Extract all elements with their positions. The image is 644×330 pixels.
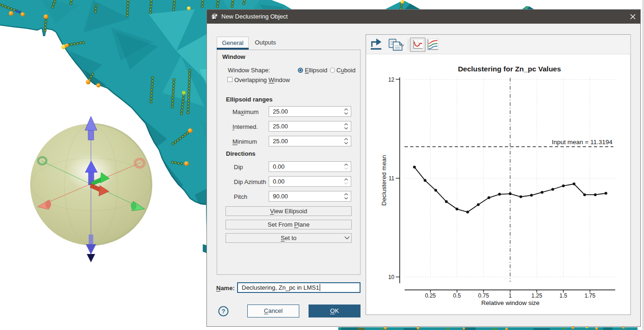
svg-text:1.25: 1.25: [531, 292, 542, 299]
svg-text:Declustered mean: Declustered mean: [380, 155, 387, 206]
svg-text:0.5: 0.5: [453, 292, 461, 299]
svg-text:Relative window size: Relative window size: [481, 299, 539, 306]
svg-text:11: 11: [389, 175, 395, 182]
svg-text:Input mean = 11.3194: Input mean = 11.3194: [552, 139, 612, 146]
svg-text:Declustering for Zn_pc Values: Declustering for Zn_pc Values: [458, 65, 561, 73]
svg-text:10: 10: [388, 274, 395, 280]
svg-text:1.5: 1.5: [560, 292, 567, 299]
svg-text:0.75: 0.75: [478, 292, 489, 299]
svg-text:12: 12: [388, 76, 395, 83]
svg-text:1: 1: [509, 292, 512, 299]
svg-text:0.25: 0.25: [425, 292, 436, 299]
svg-text:1.75: 1.75: [585, 292, 596, 299]
svg-text:?: ?: [222, 308, 225, 315]
